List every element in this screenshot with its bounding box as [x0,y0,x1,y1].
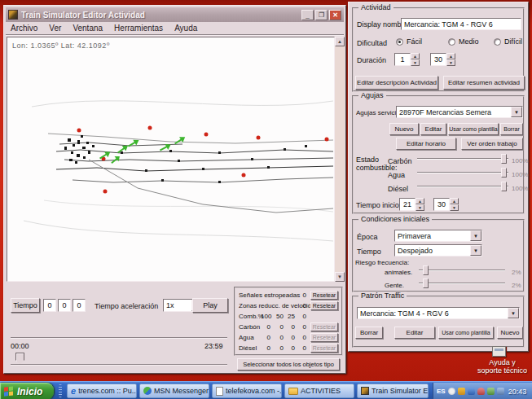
spin-down-icon[interactable]: ▼ [450,204,459,211]
minuto-spinner[interactable]: 30 ▲▼ [433,198,459,211]
carbon-slider[interactable] [417,154,508,164]
spin-up-icon[interactable]: ▲ [415,198,424,204]
menu-ayuda[interactable]: Ayuda [174,24,197,33]
agua-reset-button[interactable]: Resetear [310,333,338,342]
tray-network-icon[interactable] [497,388,504,395]
chevron-down-icon[interactable]: ▼ [511,107,522,117]
carbon-v2: 0 [274,323,284,331]
patron-dropdown[interactable]: Mercancia: TGM 4 - RGV 6 ▼ [357,307,520,319]
quicklaunch-divider[interactable] [59,384,62,397]
tray-user-red-icon[interactable] [477,388,485,395]
tray-back-icon[interactable] [448,388,455,395]
spin-up-icon[interactable]: ▲ [446,53,455,59]
start-button[interactable]: Inicio [0,383,54,399]
diesel-reset-button[interactable]: Resetear [310,344,338,353]
carbon-slider-thumb[interactable] [501,154,507,164]
taskbtn-trenes[interactable]: e trenes.com :: Pu... [67,384,137,398]
servicio-borrar-button[interactable]: Borrar [500,123,523,135]
epoca-dropdown[interactable]: Primavera ▼ [394,230,482,242]
duracion-hours-spinner[interactable]: 1 ▲▼ [394,53,420,66]
slider-groove [419,283,505,284]
map-vertical-scrollbar[interactable]: ▲ ▼ [335,37,345,282]
ver-orden-trabajo-button[interactable]: Ver orden trabajo [461,138,523,150]
chevron-down-icon[interactable]: ▼ [508,308,519,318]
close-button[interactable]: ✕ [329,10,341,20]
patron-nuevo-button[interactable]: Nuevo [497,327,523,339]
help-desktop-label[interactable]: Ayuda y soporte técnico [477,358,527,375]
editar-horario-button[interactable]: Editar horario [396,138,456,150]
tiempo-button[interactable]: Tiempo [11,298,40,313]
scroll-down-icon[interactable]: ▼ [335,272,345,282]
taskbtn-msn[interactable]: MSN Messenger [139,384,209,398]
carbon-label: Carbón [239,323,260,331]
clima-dropdown[interactable]: Despejado ▼ [394,244,482,256]
fuel-col-100: 100 [261,313,270,320]
tray-shield-icon[interactable] [458,388,465,395]
chevron-down-icon[interactable]: ▼ [470,230,481,241]
help-desktop-icon[interactable] [492,346,506,357]
display-name-field[interactable]: Mercancia: TGM 4 - RGV 6 [401,18,521,30]
patron-plantilla-button[interactable]: Usar como plantilla [438,327,494,339]
taskbar-clock[interactable]: 20:43 [508,388,527,396]
desktop: Train Simulator Editor Actividad _ ❐ ✕ A… [0,0,532,399]
diesel-v3: 0 [285,344,295,352]
hora-spinner[interactable]: 21 ▲▼ [399,198,424,211]
animales-slider-thumb[interactable] [423,265,429,275]
taskbtn-activities-folder[interactable]: ACTIVITIES [284,384,354,398]
tray-home-icon[interactable] [487,388,495,395]
diesel-slider-thumb[interactable] [501,182,507,191]
carbon-reset-button[interactable]: Resetear [310,322,338,331]
servicio-nuevo-button[interactable]: Nuevo [389,123,419,135]
agua-slider-label: Agua [388,171,405,179]
route-map-canvas[interactable]: Lon: 1.0365º Lat: 42.1092º [7,37,335,282]
minimize-button[interactable]: _ [301,10,314,20]
spin-up-icon[interactable]: ▲ [411,53,420,59]
menu-archivo[interactable]: Archivo [11,24,37,33]
menu-ver[interactable]: Ver [49,24,61,33]
spin-up-icon[interactable]: ▲ [450,198,459,204]
taskbtn-trainsim[interactable]: Train Simulator Ed... [357,384,429,398]
time-seconds-field[interactable]: 0 [73,299,86,312]
agua-slider[interactable] [417,168,508,178]
agua-v3: 0 [285,334,295,341]
time-hours-field[interactable]: 0 [43,299,56,312]
spin-down-icon[interactable]: ▼ [415,204,424,211]
spin-down-icon[interactable]: ▼ [411,59,420,66]
radio-dificil[interactable]: Difícil [494,37,522,46]
fuel-row-diesel: Diésel 0 0 0 0 Resetear [238,344,339,353]
servicio-dropdown[interactable]: 28970F Mercancias Semera ▼ [396,106,523,118]
chevron-down-icon[interactable]: ▼ [470,245,481,256]
gente-slider-thumb[interactable] [423,278,429,288]
agua-slider-thumb[interactable] [501,168,507,178]
patron-editar-button[interactable]: Editar [394,327,435,339]
taskbtn-telefekova[interactable]: telefekova.com -... [212,384,282,398]
radio-facil[interactable]: Fácil [396,37,422,46]
gente-slider[interactable] [419,278,505,288]
edit-summary-button[interactable]: Editar resumen actividad [443,76,525,90]
language-indicator[interactable]: ES [437,388,446,395]
select-all-objects-button[interactable]: Seleccionar todos los objetos tipo [237,358,340,370]
train-simulator-icon [361,387,369,395]
radio-medio[interactable]: Medio [448,37,479,46]
menu-ventana[interactable]: Ventana [73,24,103,33]
servicio-editar-button[interactable]: Editar [420,123,446,135]
window-title: Train Simulator Editor Actividad [21,11,300,20]
title-bar[interactable]: Train Simulator Editor Actividad _ ❐ ✕ [6,7,344,22]
time-minutes-field[interactable]: 0 [58,299,71,312]
duracion-minutes-spinner[interactable]: 30 ▲▼ [430,53,455,66]
play-button[interactable]: Play [192,298,228,313]
menu-herramientas[interactable]: Herramientas [114,24,163,33]
diesel-slider[interactable] [417,182,508,191]
edit-description-button[interactable]: Editar descripción Actividad [355,76,438,90]
timeline-divider [11,337,227,339]
maximize-button[interactable]: ❐ [315,10,328,20]
patron-borrar-button[interactable]: Borrar [355,327,383,339]
animales-slider[interactable] [419,265,505,275]
timeline-slider-thumb[interactable] [15,353,24,365]
speedzones-reset-button[interactable]: Resetear [310,301,338,310]
tray-user-blue-icon[interactable] [468,388,475,395]
servicio-plantilla-button[interactable]: Usar como plantilla [448,123,499,135]
scroll-up-icon[interactable]: ▲ [335,37,345,46]
signals-reset-button[interactable]: Resetear [310,291,338,300]
spin-down-icon[interactable]: ▼ [446,59,455,66]
